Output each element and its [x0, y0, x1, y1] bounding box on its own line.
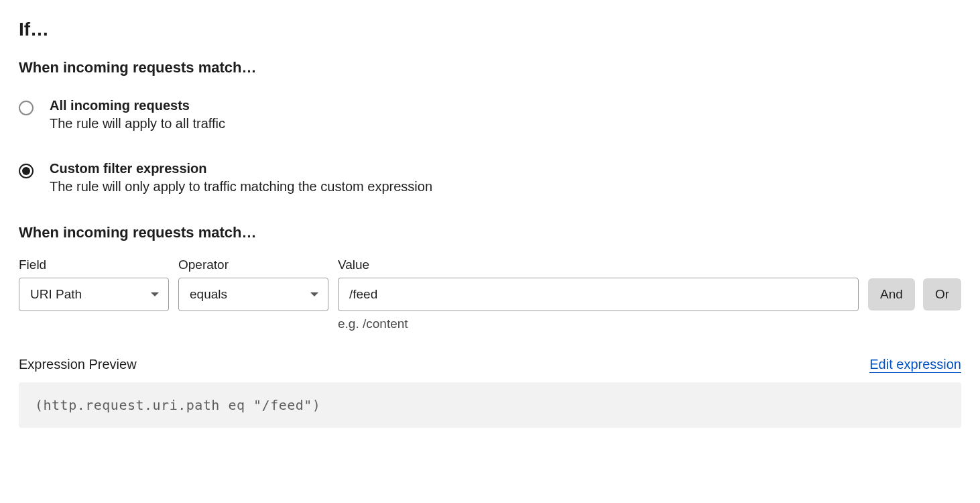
value-label: Value — [338, 258, 859, 272]
field-label: Field — [19, 258, 169, 272]
radio-custom-desc: The rule will only apply to traffic matc… — [50, 179, 432, 194]
logic-buttons: And Or — [868, 278, 961, 311]
radio-custom-text: Custom filter expression The rule will o… — [50, 161, 432, 194]
operator-column: Operator equals — [178, 258, 328, 311]
match-radio-group: All incoming requests The rule will appl… — [19, 98, 961, 194]
field-select-value: URI Path — [30, 287, 82, 302]
value-input[interactable] — [338, 278, 859, 311]
radio-option-custom[interactable]: Custom filter expression The rule will o… — [19, 161, 961, 194]
operator-label: Operator — [178, 258, 328, 272]
expression-preview-box: (http.request.uri.path eq "/feed") — [19, 382, 961, 428]
radio-all-text: All incoming requests The rule will appl… — [50, 98, 225, 131]
radio-all-label: All incoming requests — [50, 98, 225, 113]
operator-select-value: equals — [190, 287, 227, 302]
if-title: If… — [19, 19, 961, 40]
expression-builder-row: Field URI Path Operator equals Value e.g… — [19, 258, 961, 331]
value-hint: e.g. /content — [338, 317, 859, 331]
radio-option-all[interactable]: All incoming requests The rule will appl… — [19, 98, 961, 131]
radio-custom-label: Custom filter expression — [50, 161, 432, 176]
edit-expression-link[interactable]: Edit expression — [869, 357, 961, 373]
match-subtitle: When incoming requests match… — [19, 59, 961, 76]
expression-preview-label: Expression Preview — [19, 357, 137, 372]
preview-header: Expression Preview Edit expression — [19, 357, 961, 373]
expression-preview-code: (http.request.uri.path eq "/feed") — [35, 397, 320, 413]
operator-select-wrap: equals — [178, 278, 328, 311]
field-select[interactable]: URI Path — [19, 278, 169, 311]
field-column: Field URI Path — [19, 258, 169, 311]
value-column: Value e.g. /content — [338, 258, 859, 331]
builder-heading: When incoming requests match… — [19, 224, 961, 241]
radio-all-desc: The rule will apply to all traffic — [50, 116, 225, 131]
field-select-wrap: URI Path — [19, 278, 169, 311]
or-button[interactable]: Or — [923, 278, 961, 311]
radio-all-requests[interactable] — [19, 101, 34, 115]
operator-select[interactable]: equals — [178, 278, 328, 311]
and-button[interactable]: And — [868, 278, 915, 311]
radio-custom-expression[interactable] — [19, 164, 34, 178]
